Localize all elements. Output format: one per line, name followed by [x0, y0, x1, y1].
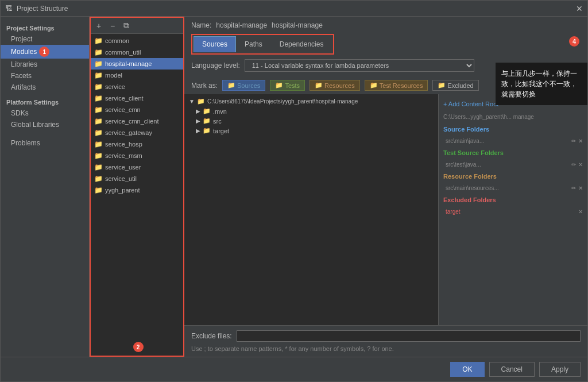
module-item-service-util[interactable]: 📁 service_util: [91, 173, 183, 184]
folders-panel: + Add Content Root C:\Users...yygh_paren…: [438, 94, 587, 325]
sidebar-item-libraries[interactable]: Libraries: [1, 59, 89, 70]
module-item-label: common_util: [105, 49, 141, 56]
resource-folders-heading: Resource Folders: [443, 172, 583, 181]
folder-icon: 📁: [94, 152, 103, 160]
mark-tests-button[interactable]: 📁 Tests: [270, 80, 305, 91]
badge-4: 4: [569, 36, 579, 47]
excluded-folder-path: target ✕: [443, 208, 583, 215]
tab-dependencies[interactable]: Dependencies: [271, 36, 332, 52]
copy-module-button[interactable]: ⧉: [121, 20, 132, 32]
sidebar-artifacts-label: Artifacts: [11, 83, 36, 91]
sidebar-item-project[interactable]: Project: [1, 33, 89, 45]
edit-resource-folder-button[interactable]: ✏: [571, 185, 576, 191]
platform-settings-heading: Platform Settings: [1, 93, 89, 107]
module-item-service-client[interactable]: 📁 service_client: [91, 92, 183, 104]
module-item-label: service_gateway: [105, 129, 152, 136]
dialog-title: Project Structure: [17, 5, 576, 13]
module-item-service-cmn-client[interactable]: 📁 service_cmn_client: [91, 115, 183, 127]
tree-item-label: .mvn: [213, 108, 227, 115]
add-module-button[interactable]: +: [93, 20, 105, 32]
project-structure-dialog: 🏗 Project Structure ✕ Project Settings P…: [0, 0, 588, 382]
module-name-row: Name: hospital-manage hospital-manage: [184, 17, 587, 34]
module-item-label: service_msm: [105, 152, 142, 159]
tab-paths[interactable]: Paths: [236, 36, 271, 52]
folder-icon: 📁: [94, 129, 103, 137]
tree-item-mvn[interactable]: ▶ 📁 .mvn: [184, 106, 438, 116]
callout-tooltip: 与上面几步一样，保持一致，比如我这个不一致，就需要切换: [496, 63, 587, 105]
cancel-button[interactable]: Cancel: [489, 362, 535, 377]
module-item-label: hospital-manage: [105, 60, 152, 67]
folder-icon: 📁: [94, 37, 103, 45]
module-item-hospital-manage[interactable]: 📁 hospital-manage: [91, 58, 183, 70]
mark-resources-button[interactable]: 📁 Resources: [310, 80, 360, 91]
remove-excluded-folder-button[interactable]: ✕: [578, 209, 583, 215]
sidebar-item-artifacts[interactable]: Artifacts: [1, 82, 89, 93]
tabs-outline: Sources Paths Dependencies: [191, 34, 334, 55]
folder-icon: 📁: [94, 106, 103, 114]
module-item-label: service_client: [105, 95, 144, 102]
close-button[interactable]: ✕: [576, 4, 583, 13]
tree-root-item[interactable]: ▼ 📁 C:\Users\86175\IdeaProjects\yygh_par…: [184, 97, 438, 106]
module-item-service-hosp[interactable]: 📁 service_hosp: [91, 138, 183, 150]
mark-excluded-button[interactable]: 📁 Excluded: [432, 80, 478, 91]
edit-test-folder-button[interactable]: ✏: [571, 161, 576, 168]
test-source-folders-heading: Test Source Folders: [443, 148, 583, 157]
module-item-common[interactable]: 📁 common: [91, 35, 183, 47]
module-item-common-util[interactable]: 📁 common_util: [91, 47, 183, 58]
sidebar: Project Settings Project Modules 1 Libra…: [1, 17, 90, 357]
exclude-files-input[interactable]: [237, 330, 581, 342]
module-item-yygh-parent[interactable]: 📁 yygh_parent: [91, 184, 183, 196]
tree-item-target[interactable]: ▶ 📁 target: [184, 126, 438, 136]
tree-arrow-icon: ▶: [196, 118, 200, 124]
tree-root-label: C:\Users\86175\IdeaProjects\yygh_parent\…: [207, 98, 358, 105]
resource-folder-actions: ✏ ✕: [571, 185, 583, 191]
name-field-display: hospital-manage: [272, 21, 323, 29]
sidebar-item-sdks[interactable]: SDKs: [1, 107, 89, 119]
module-item-service[interactable]: 📁 service: [91, 81, 183, 92]
edit-source-folder-button[interactable]: ✏: [571, 138, 576, 144]
module-item-service-cmn[interactable]: 📁 service_cmn: [91, 104, 183, 115]
sidebar-item-global-libraries[interactable]: Global Libraries: [1, 119, 89, 130]
ok-button[interactable]: OK: [450, 362, 484, 377]
folder-icon: 📁: [94, 83, 103, 91]
module-item-label: service_cmn: [105, 106, 141, 113]
module-item-label: common: [105, 37, 129, 44]
test-source-folder-actions: ✏ ✕: [571, 161, 583, 168]
module-item-model[interactable]: 📁 model: [91, 70, 183, 81]
module-item-label: service_cmn_client: [105, 118, 159, 125]
module-panel: + − ⧉ 📁 common 📁 common_util 📁 hospital-…: [90, 17, 184, 357]
project-settings-heading: Project Settings: [1, 21, 89, 33]
mark-as-label: Mark as:: [191, 82, 218, 90]
dialog-footer: OK Cancel Apply: [1, 357, 587, 381]
module-item-label: yygh_parent: [105, 187, 140, 194]
module-item-service-msm[interactable]: 📁 service_msm: [91, 150, 183, 161]
sidebar-item-modules[interactable]: Modules 1: [1, 45, 89, 59]
callout-text: 与上面几步一样，保持一致，比如我这个不一致，就需要切换: [501, 70, 577, 98]
sidebar-libraries-label: Libraries: [11, 60, 37, 68]
remove-module-button[interactable]: −: [107, 20, 118, 32]
remove-source-folder-button[interactable]: ✕: [578, 138, 583, 144]
tree-arrow-icon: ▶: [196, 128, 200, 134]
sidebar-item-facets[interactable]: Facets: [1, 70, 89, 82]
exclude-files-row: Exclude files:: [191, 330, 581, 342]
tree-item-src[interactable]: ▶ 📁 src: [184, 116, 438, 126]
language-level-select[interactable]: 11 - Local variable syntax for lambda pa…: [245, 59, 474, 72]
source-folder-actions: ✏ ✕: [571, 138, 583, 144]
sidebar-item-problems[interactable]: Problems: [1, 137, 89, 149]
tab-sources[interactable]: Sources: [194, 36, 236, 52]
apply-button[interactable]: Apply: [539, 362, 581, 377]
title-bar: 🏗 Project Structure ✕: [1, 1, 587, 17]
mark-sources-button[interactable]: 📁 Sources: [222, 80, 265, 91]
folder-icon: 📁: [197, 98, 205, 105]
remove-resource-folder-button[interactable]: ✕: [578, 185, 583, 191]
folder-icon: 📁: [94, 71, 103, 79]
mark-test-resources-button[interactable]: 📁 Test Resources: [365, 80, 428, 91]
name-label: Name:: [191, 21, 211, 29]
module-list-badge: 2: [133, 342, 144, 352]
module-item-label: service_user: [105, 164, 141, 171]
exclude-hint-text: Use ; to separate name patterns, * for a…: [191, 345, 581, 352]
remove-test-folder-button[interactable]: ✕: [578, 161, 583, 168]
sidebar-problems-label: Problems: [11, 139, 40, 147]
module-item-service-user[interactable]: 📁 service_user: [91, 161, 183, 173]
module-item-service-gateway[interactable]: 📁 service_gateway: [91, 127, 183, 138]
